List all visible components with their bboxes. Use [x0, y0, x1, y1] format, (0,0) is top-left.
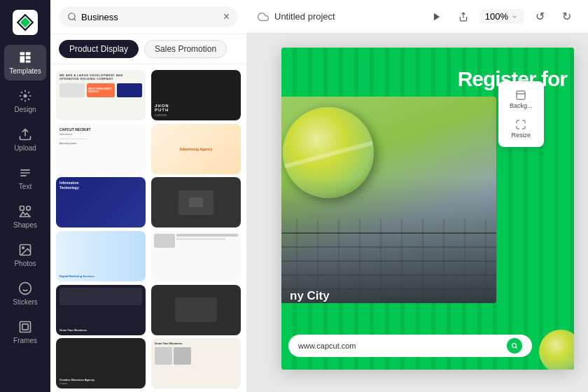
svg-marker-19 — [434, 13, 440, 20]
svg-line-18 — [74, 19, 76, 21]
svg-rect-2 — [26, 52, 31, 55]
filter-tab-product-display[interactable]: Product Display — [59, 40, 139, 58]
template-card[interactable] — [151, 177, 241, 227]
template-card[interactable] — [151, 231, 241, 281]
canvas-city-text: ny City — [290, 289, 330, 303]
svg-rect-16 — [22, 324, 28, 330]
redo-button[interactable]: ↻ — [556, 6, 577, 27]
svg-rect-1 — [20, 52, 25, 55]
background-icon — [515, 90, 526, 101]
template-card[interactable]: Creative Business Agency Creative — [56, 338, 146, 388]
url-text: www.capcut.com — [298, 342, 356, 350]
sidebar-item-templates[interactable]: Templates — [4, 45, 46, 80]
search-clear-button[interactable]: × — [223, 11, 230, 22]
filter-tabs: Product Display Sales Promotion — [50, 34, 246, 64]
svg-rect-5 — [26, 60, 31, 62]
svg-point-11 — [22, 247, 24, 249]
template-card[interactable]: CAPCUT RECRUIT Sales director Advertisin… — [56, 124, 146, 174]
url-search-button[interactable] — [507, 338, 522, 354]
resize-button[interactable]: Resize — [503, 115, 540, 143]
share-button[interactable] — [453, 6, 474, 27]
canvas-area: Untitled project 100% ↺ ↻ — [246, 0, 588, 392]
template-card[interactable]: Grow Your Business — [151, 338, 241, 388]
svg-rect-15 — [20, 322, 31, 332]
project-title[interactable]: Untitled project — [274, 11, 335, 22]
template-card[interactable]: WE ARE A LARGE DEVELOPMENT AND OPERATION… — [56, 70, 146, 120]
template-card[interactable]: InformationTechnology — [56, 177, 146, 227]
template-card[interactable] — [151, 285, 241, 335]
sidebar-item-design[interactable]: Design — [4, 83, 46, 119]
canvas-toolbar: Untitled project 100% ↺ ↻ — [246, 0, 588, 34]
filter-tab-sales-promotion[interactable]: Sales Promotion — [144, 40, 227, 58]
search-icon — [67, 12, 77, 22]
play-button[interactable] — [426, 6, 447, 27]
sidebar: Templates Design Upload Text Shapes Phot… — [0, 0, 50, 392]
resize-icon — [515, 119, 526, 130]
url-bar: www.capcut.com — [288, 335, 532, 357]
sidebar-item-stickers[interactable]: Stickers — [4, 276, 46, 312]
float-panel: Backg... Resize — [498, 81, 544, 147]
sidebar-item-photos[interactable]: Photos — [4, 237, 46, 273]
template-card[interactable]: Grow Your Business — [56, 285, 146, 335]
svg-point-37 — [512, 344, 517, 348]
sidebar-item-upload[interactable]: Upload — [4, 122, 46, 158]
project-title-area: Untitled project — [258, 11, 418, 22]
sidebar-item-text[interactable]: Text — [4, 160, 46, 196]
sidebar-item-shapes[interactable]: Shapes — [4, 199, 46, 234]
chevron-down-icon — [511, 13, 518, 20]
template-grid: WE ARE A LARGE DEVELOPMENT AND OPERATION… — [50, 64, 246, 392]
svg-rect-4 — [26, 56, 31, 59]
svg-point-6 — [24, 94, 27, 98]
background-button[interactable]: Backg... — [503, 85, 540, 113]
svg-point-17 — [69, 13, 75, 20]
undo-button[interactable]: ↺ — [529, 6, 550, 27]
canvas-bottom-bar: www.capcut.com — [288, 335, 532, 357]
svg-rect-8 — [20, 206, 24, 211]
svg-point-12 — [20, 283, 31, 295]
svg-line-38 — [516, 347, 517, 349]
canvas-photo — [281, 97, 496, 303]
template-card[interactable]: Advertising Agency — [151, 124, 241, 174]
svg-rect-3 — [20, 56, 25, 62]
zoom-control[interactable]: 100% — [479, 9, 524, 24]
app-logo — [11, 8, 39, 36]
cloud-icon — [258, 11, 269, 22]
net-graphic — [281, 177, 496, 303]
sidebar-item-frames[interactable]: Frames — [4, 314, 46, 350]
search-bar: × — [50, 0, 246, 34]
search-wrapper[interactable]: × — [59, 7, 238, 27]
search-icon — [511, 342, 518, 349]
toolbar-right: 100% ↺ ↻ — [426, 6, 577, 27]
svg-point-9 — [27, 206, 31, 211]
template-card[interactable]: Digital Marketing Services — [56, 231, 146, 281]
search-input[interactable] — [81, 12, 219, 22]
template-card[interactable]: JHONPUTH CHOOSE — [151, 70, 241, 120]
canvas-content[interactable]: Backg... Resize Register for — [246, 34, 588, 392]
svg-rect-21 — [517, 91, 525, 99]
templates-panel: × Product Display Sales Promotion WE ARE… — [50, 0, 246, 392]
